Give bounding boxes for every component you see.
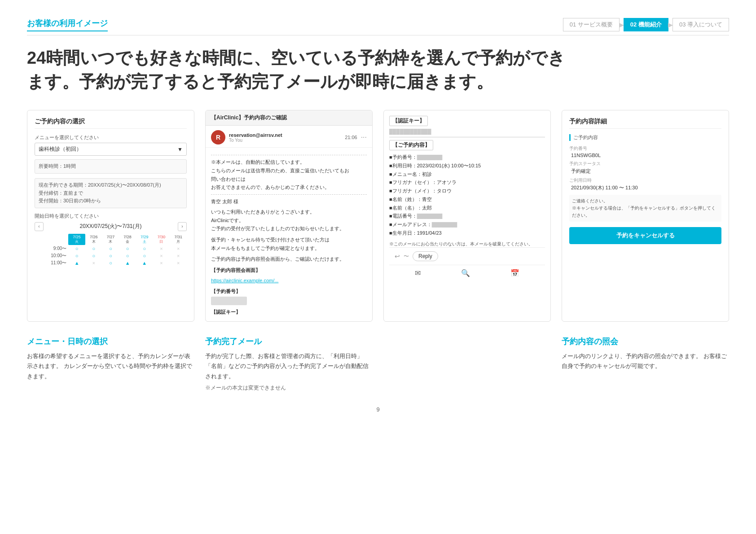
cancel-button[interactable]: 予約をキャンセルする xyxy=(569,227,721,244)
email-header-bar: 【AirClinic】予約内容のご確認 xyxy=(206,110,372,126)
period-line-0: 現在予約できる期間：20XX/07/25(火)〜20XX/08/07(月) xyxy=(39,181,183,189)
date-col-2: 7/27木 xyxy=(102,234,119,245)
form-card-title: ご予約内容の選択 xyxy=(35,118,187,129)
date-col-3: 7/28金 xyxy=(119,234,136,245)
cal-cell[interactable]: ▲ xyxy=(136,259,153,267)
cal-prev-btn[interactable]: ‹ xyxy=(35,222,44,231)
reply-button[interactable]: Reply xyxy=(413,251,438,261)
auth-key-value: ████████████ xyxy=(389,129,545,134)
date-col-4: 7/29土 xyxy=(136,234,153,245)
booking-num-label: 【予約番号】 xyxy=(211,287,367,296)
calendar-nav: ‹ 20XX/07/25(火)〜7/31(月) › xyxy=(35,222,187,231)
period-line-1: 受付締切：直前まで xyxy=(39,189,183,197)
sender-avatar: R xyxy=(211,130,225,144)
content-box-label: 【ご予約内容】 xyxy=(389,140,433,150)
reservation-form-card: ご予約内容の選択 メニューを選択してください 歯科検診（初回） ▼ 所要時間：1… xyxy=(27,110,194,322)
desc-note-1: ※メールの本文は変更できません xyxy=(205,384,373,392)
email-link[interactable]: https://airclinic.example.com/... xyxy=(211,276,367,285)
desc-title-1: 予約完了メール xyxy=(205,336,373,347)
time-label: 10:00〜 xyxy=(35,252,68,259)
nav-steps: 01 サービス概要 ▶ 02 機能紹介 ▶ 03 導入について xyxy=(563,18,729,31)
reply-tilde: 〜 xyxy=(404,253,409,260)
desc-email: 予約完了メール 予約が完了した際、お客様と管理者の両方に、「利用日時」「名前」な… xyxy=(205,336,373,391)
email-body: ※本メールは、自動的に配信しています。 こちらのメールは送信専用のため、直接ご返… xyxy=(206,148,372,321)
email-link-label: 【予約内容照会画面】 xyxy=(211,266,367,275)
res-item: ■フリガナ（メイ）：タロウ xyxy=(389,187,545,195)
cal-cell[interactable]: ○ xyxy=(68,252,85,259)
reply-arrow-icon: ↩ xyxy=(395,253,400,260)
cal-month: 20XX/07/25(火)〜7/31(月) xyxy=(79,223,141,230)
res-item: ■予約番号：████████ xyxy=(389,153,545,162)
cards-row: ご予約内容の選択 メニューを選択してください 歯科検診（初回） ▼ 所要時間：1… xyxy=(27,110,729,322)
header-divider xyxy=(27,35,729,35)
cal-cell[interactable]: ○ xyxy=(85,245,102,252)
detail-title: 予約内容詳細 xyxy=(569,118,721,129)
time-label: 11:00〜 xyxy=(35,259,68,267)
cal-cell[interactable]: ○ xyxy=(102,245,119,252)
cal-next-btn[interactable]: › xyxy=(178,222,187,231)
cal-cell[interactable]: ○ xyxy=(102,259,119,267)
email-clinic-name: AirClinicです。 xyxy=(211,216,367,225)
email-temp-note: 仮予約・キャンセル待ちで受け付けさせて頂いた方は xyxy=(211,236,367,244)
mail-icon[interactable]: ✉ xyxy=(415,269,421,277)
nav-step-3[interactable]: 03 導入について xyxy=(672,18,729,31)
desc-title-3: 予約内容の照会 xyxy=(562,336,729,347)
time-col-header xyxy=(35,234,68,245)
email-to: To You xyxy=(229,138,345,143)
menu-value: 歯科検診（初回） xyxy=(39,145,82,153)
detail-field-label: 予約ステータス xyxy=(569,161,721,167)
cal-cell: × xyxy=(170,259,187,267)
cal-cell: × xyxy=(170,245,187,252)
card3-note: ※このメールにお心当たりのない方は、本メールを破棄してください。 xyxy=(389,241,545,247)
res-item: ■名前（名）：太郎 xyxy=(389,204,545,212)
detail-field-label: ご利用日時 xyxy=(569,177,721,184)
hero-text: 24時間いつでも好きな時間に、空いている予約枠を選んで予約ができ ます。予約が完… xyxy=(27,46,729,94)
cal-cell: × xyxy=(85,259,102,267)
email-card: 【AirClinic】予約内容のご確認 R reservation@airrsv… xyxy=(205,110,373,322)
res-item: ■利用日時：2023/02/01(水) 10:00〜10:15 xyxy=(389,162,545,170)
detail-section-label: ご予約内容 xyxy=(569,134,721,141)
duration-info: 所要時間：1時間 xyxy=(35,159,187,174)
cal-cell[interactable]: ▲ xyxy=(68,259,85,267)
cal-cell[interactable]: ○ xyxy=(119,245,136,252)
cal-cell[interactable]: ○ xyxy=(136,245,153,252)
desc-inquiry: 予約内容の照会 メール内のリンクより、予約内容の照会ができます。 お客様ご自身で… xyxy=(562,336,729,391)
email-options-icon[interactable]: ··· xyxy=(361,133,367,141)
nav-step-2[interactable]: 02 機能紹介 xyxy=(624,18,668,31)
cal-cell[interactable]: ○ xyxy=(136,252,153,259)
res-item: ■電話番号：████████ xyxy=(389,212,545,220)
cal-cell[interactable]: ○ xyxy=(102,252,119,259)
detail-card: 予約内容詳細 ご予約内容 予約番号11NSWGB0L予約ステータス予約確定ご利用… xyxy=(562,110,729,322)
calendar-icon[interactable]: 📅 xyxy=(510,269,519,277)
cal-cell[interactable]: ○ xyxy=(85,252,102,259)
page-title: お客様の利用イメージ xyxy=(27,18,108,31)
menu-select[interactable]: 歯科検診（初回） ▼ xyxy=(35,143,187,156)
cal-cell: × xyxy=(153,259,170,267)
cal-cell[interactable]: ▲ xyxy=(119,259,136,267)
cal-cell: × xyxy=(153,245,170,252)
detail-field: 予約番号11NSWGB0L xyxy=(569,145,721,158)
date-col-5: 7/30日 xyxy=(153,234,170,245)
email-from-info: reservation@airrsv.net To You xyxy=(229,132,345,143)
res-item: ■生年月日：1991/04/23 xyxy=(389,229,545,237)
time-label: 9:00〜 xyxy=(35,245,68,252)
date-col-0: 7/25火 xyxy=(68,234,85,245)
search-icon[interactable]: 🔍 xyxy=(461,269,470,277)
desc-text-3: メール内のリンクより、予約内容の照会ができます。 お客様ご自身で予約のキャンセル… xyxy=(562,351,729,371)
cal-cell[interactable]: ○ xyxy=(68,245,85,252)
desc-title-0: メニュー・日時の選択 xyxy=(27,336,194,347)
desc-empty xyxy=(383,336,551,391)
duration-label: 所要時間：1時間 xyxy=(39,162,183,171)
email-auto-note: ※本メールは、自動的に配信しています。 xyxy=(211,158,367,166)
cal-cell[interactable]: ○ xyxy=(119,252,136,259)
detail-field-label: 予約番号 xyxy=(569,145,721,152)
cal-cell: × xyxy=(170,252,187,259)
email-temp-note2: 本メールをもちましてご予約が確定となります。 xyxy=(211,244,367,253)
page-header: お客様の利用イメージ 01 サービス概要 ▶ 02 機能紹介 ▶ 03 導入につ… xyxy=(27,18,729,31)
nav-step-1[interactable]: 01 サービス概要 xyxy=(563,18,620,31)
email-recipient: 青空 太郎 様 xyxy=(211,197,367,206)
detail-content-section: ご予約内容 xyxy=(569,134,721,141)
date-col-1: 7/26木 xyxy=(85,234,102,245)
date-label: 開始日時を選択してください xyxy=(35,213,187,219)
email-from-row: R reservation@airrsv.net To You 21:06 ··… xyxy=(206,126,372,148)
